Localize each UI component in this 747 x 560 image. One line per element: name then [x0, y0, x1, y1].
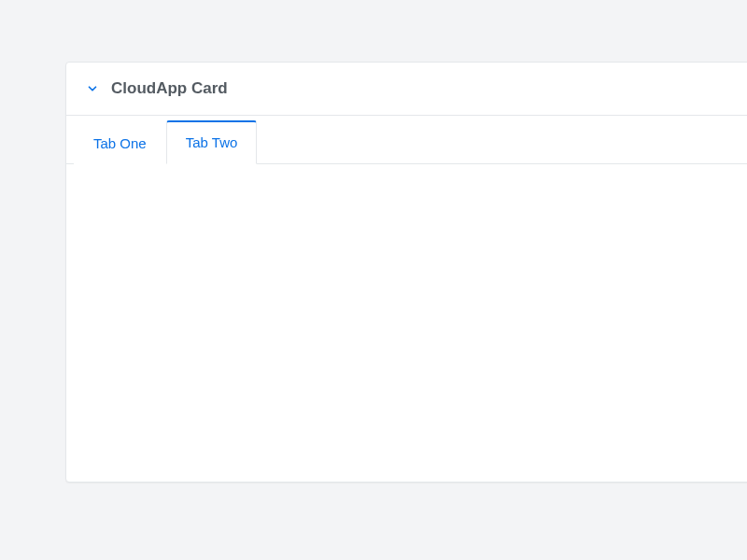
- card-body: [66, 164, 747, 482]
- tab-two[interactable]: Tab Two: [166, 120, 258, 164]
- tab-label: Tab Two: [186, 134, 238, 150]
- card-header[interactable]: CloudApp Card: [66, 63, 747, 116]
- card-title: CloudApp Card: [111, 79, 228, 98]
- card: CloudApp Card Tab One Tab Two: [65, 62, 747, 483]
- tabs: Tab One Tab Two: [66, 116, 747, 164]
- tab-one[interactable]: Tab One: [74, 121, 166, 164]
- tab-label: Tab One: [93, 135, 147, 151]
- chevron-down-icon: [85, 81, 100, 96]
